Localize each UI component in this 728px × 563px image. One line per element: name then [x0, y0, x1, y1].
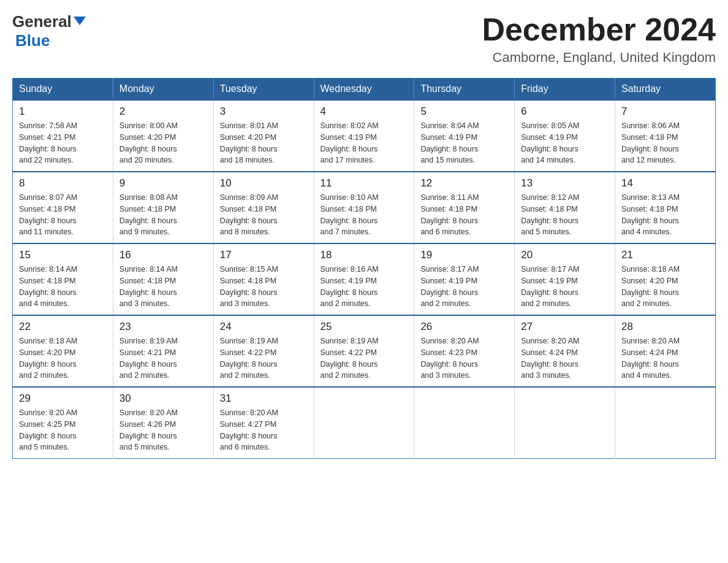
col-monday: Monday — [113, 79, 213, 101]
location-subtitle: Camborne, England, United Kingdom — [482, 50, 716, 66]
day-info: Sunrise: 8:09 AM Sunset: 4:18 PM Dayligh… — [220, 192, 308, 238]
calendar-cell: 2 Sunrise: 8:00 AM Sunset: 4:20 PM Dayli… — [113, 100, 213, 172]
day-number: 8 — [19, 177, 107, 190]
calendar-cell: 4 Sunrise: 8:02 AM Sunset: 4:19 PM Dayli… — [314, 100, 414, 172]
calendar-cell: 24 Sunrise: 8:19 AM Sunset: 4:22 PM Dayl… — [213, 315, 314, 387]
day-number: 28 — [621, 321, 709, 333]
col-saturday: Saturday — [615, 79, 716, 101]
day-number: 27 — [521, 321, 609, 333]
day-number: 18 — [320, 249, 408, 261]
day-number: 17 — [220, 249, 308, 261]
day-number: 25 — [320, 321, 408, 333]
day-info: Sunrise: 7:58 AM Sunset: 4:21 PM Dayligh… — [19, 120, 107, 166]
calendar-cell: 1 Sunrise: 7:58 AM Sunset: 4:21 PM Dayli… — [13, 100, 113, 172]
calendar-week-row: 15 Sunrise: 8:14 AM Sunset: 4:18 PM Dayl… — [13, 243, 716, 315]
day-info: Sunrise: 8:07 AM Sunset: 4:18 PM Dayligh… — [19, 192, 107, 238]
logo-general-text: General — [12, 12, 72, 31]
day-info: Sunrise: 8:20 AM Sunset: 4:23 PM Dayligh… — [420, 335, 508, 381]
calendar-cell: 6 Sunrise: 8:05 AM Sunset: 4:19 PM Dayli… — [515, 100, 615, 172]
day-number: 5 — [420, 105, 508, 118]
calendar-cell — [615, 387, 716, 459]
day-info: Sunrise: 8:19 AM Sunset: 4:22 PM Dayligh… — [220, 335, 308, 381]
day-number: 13 — [521, 177, 609, 190]
calendar-cell: 11 Sunrise: 8:10 AM Sunset: 4:18 PM Dayl… — [314, 172, 414, 243]
col-thursday: Thursday — [414, 79, 515, 101]
day-number: 9 — [119, 177, 207, 190]
logo: General Blue — [12, 12, 86, 50]
calendar-cell: 10 Sunrise: 8:09 AM Sunset: 4:18 PM Dayl… — [213, 172, 314, 243]
day-number: 24 — [220, 321, 308, 333]
day-number: 29 — [19, 393, 107, 405]
day-number: 10 — [220, 177, 308, 190]
calendar-cell: 29 Sunrise: 8:20 AM Sunset: 4:25 PM Dayl… — [13, 387, 113, 459]
calendar-cell: 28 Sunrise: 8:20 AM Sunset: 4:24 PM Dayl… — [615, 315, 716, 387]
day-number: 12 — [420, 177, 508, 190]
calendar-cell: 9 Sunrise: 8:08 AM Sunset: 4:18 PM Dayli… — [113, 172, 213, 243]
day-number: 19 — [420, 249, 508, 261]
day-info: Sunrise: 8:12 AM Sunset: 4:18 PM Dayligh… — [521, 192, 609, 238]
calendar-cell: 8 Sunrise: 8:07 AM Sunset: 4:18 PM Dayli… — [13, 172, 113, 243]
logo-triangle-icon — [74, 17, 86, 25]
calendar-cell: 25 Sunrise: 8:19 AM Sunset: 4:22 PM Dayl… — [314, 315, 414, 387]
day-info: Sunrise: 8:15 AM Sunset: 4:18 PM Dayligh… — [220, 264, 308, 310]
page-header: General Blue December 2024 Camborne, Eng… — [12, 12, 716, 66]
day-number: 3 — [220, 105, 308, 118]
day-number: 7 — [621, 105, 709, 118]
calendar-week-row: 1 Sunrise: 7:58 AM Sunset: 4:21 PM Dayli… — [13, 100, 716, 172]
day-info: Sunrise: 8:00 AM Sunset: 4:20 PM Dayligh… — [119, 120, 207, 166]
calendar-cell: 14 Sunrise: 8:13 AM Sunset: 4:18 PM Dayl… — [615, 172, 716, 243]
day-number: 22 — [19, 321, 107, 333]
calendar-cell: 19 Sunrise: 8:17 AM Sunset: 4:19 PM Dayl… — [414, 243, 515, 315]
calendar-cell: 20 Sunrise: 8:17 AM Sunset: 4:19 PM Dayl… — [515, 243, 615, 315]
day-number: 31 — [220, 393, 308, 405]
day-info: Sunrise: 8:19 AM Sunset: 4:22 PM Dayligh… — [320, 335, 408, 381]
day-info: Sunrise: 8:20 AM Sunset: 4:26 PM Dayligh… — [119, 407, 207, 453]
day-info: Sunrise: 8:01 AM Sunset: 4:20 PM Dayligh… — [220, 120, 308, 166]
col-sunday: Sunday — [13, 79, 113, 101]
day-number: 14 — [621, 177, 709, 190]
col-wednesday: Wednesday — [314, 79, 414, 101]
day-number: 4 — [320, 105, 408, 118]
day-info: Sunrise: 8:08 AM Sunset: 4:18 PM Dayligh… — [119, 192, 207, 238]
day-info: Sunrise: 8:19 AM Sunset: 4:21 PM Dayligh… — [119, 335, 207, 381]
day-number: 20 — [521, 249, 609, 261]
calendar-cell: 27 Sunrise: 8:20 AM Sunset: 4:24 PM Dayl… — [515, 315, 615, 387]
day-info: Sunrise: 8:02 AM Sunset: 4:19 PM Dayligh… — [320, 120, 408, 166]
calendar-cell: 30 Sunrise: 8:20 AM Sunset: 4:26 PM Dayl… — [113, 387, 213, 459]
calendar-cell: 15 Sunrise: 8:14 AM Sunset: 4:18 PM Dayl… — [13, 243, 113, 315]
day-info: Sunrise: 8:20 AM Sunset: 4:24 PM Dayligh… — [521, 335, 609, 381]
title-block: December 2024 Camborne, England, United … — [482, 12, 716, 66]
day-info: Sunrise: 8:20 AM Sunset: 4:27 PM Dayligh… — [220, 407, 308, 453]
col-friday: Friday — [515, 79, 615, 101]
day-info: Sunrise: 8:20 AM Sunset: 4:25 PM Dayligh… — [19, 407, 107, 453]
day-info: Sunrise: 8:14 AM Sunset: 4:18 PM Dayligh… — [119, 264, 207, 310]
day-number: 6 — [521, 105, 609, 118]
day-info: Sunrise: 8:05 AM Sunset: 4:19 PM Dayligh… — [521, 120, 609, 166]
col-tuesday: Tuesday — [213, 79, 314, 101]
day-number: 1 — [19, 105, 107, 118]
day-number: 16 — [119, 249, 207, 261]
day-info: Sunrise: 8:13 AM Sunset: 4:18 PM Dayligh… — [621, 192, 709, 238]
day-number: 2 — [119, 105, 207, 118]
calendar-cell: 5 Sunrise: 8:04 AM Sunset: 4:19 PM Dayli… — [414, 100, 515, 172]
calendar-cell: 16 Sunrise: 8:14 AM Sunset: 4:18 PM Dayl… — [113, 243, 213, 315]
calendar-week-row: 29 Sunrise: 8:20 AM Sunset: 4:25 PM Dayl… — [13, 387, 716, 459]
calendar-cell — [515, 387, 615, 459]
day-number: 26 — [420, 321, 508, 333]
calendar-cell: 3 Sunrise: 8:01 AM Sunset: 4:20 PM Dayli… — [213, 100, 314, 172]
calendar-cell: 7 Sunrise: 8:06 AM Sunset: 4:18 PM Dayli… — [615, 100, 716, 172]
day-number: 15 — [19, 249, 107, 261]
day-number: 23 — [119, 321, 207, 333]
day-info: Sunrise: 8:18 AM Sunset: 4:20 PM Dayligh… — [621, 264, 709, 310]
day-info: Sunrise: 8:20 AM Sunset: 4:24 PM Dayligh… — [621, 335, 709, 381]
calendar-cell: 12 Sunrise: 8:11 AM Sunset: 4:18 PM Dayl… — [414, 172, 515, 243]
day-info: Sunrise: 8:17 AM Sunset: 4:19 PM Dayligh… — [521, 264, 609, 310]
calendar-cell — [414, 387, 515, 459]
day-info: Sunrise: 8:18 AM Sunset: 4:20 PM Dayligh… — [19, 335, 107, 381]
day-info: Sunrise: 8:04 AM Sunset: 4:19 PM Dayligh… — [420, 120, 508, 166]
calendar-cell: 18 Sunrise: 8:16 AM Sunset: 4:19 PM Dayl… — [314, 243, 414, 315]
calendar-week-row: 8 Sunrise: 8:07 AM Sunset: 4:18 PM Dayli… — [13, 172, 716, 243]
logo-blue-text: Blue — [15, 31, 50, 50]
day-info: Sunrise: 8:06 AM Sunset: 4:18 PM Dayligh… — [621, 120, 709, 166]
calendar-cell: 13 Sunrise: 8:12 AM Sunset: 4:18 PM Dayl… — [515, 172, 615, 243]
